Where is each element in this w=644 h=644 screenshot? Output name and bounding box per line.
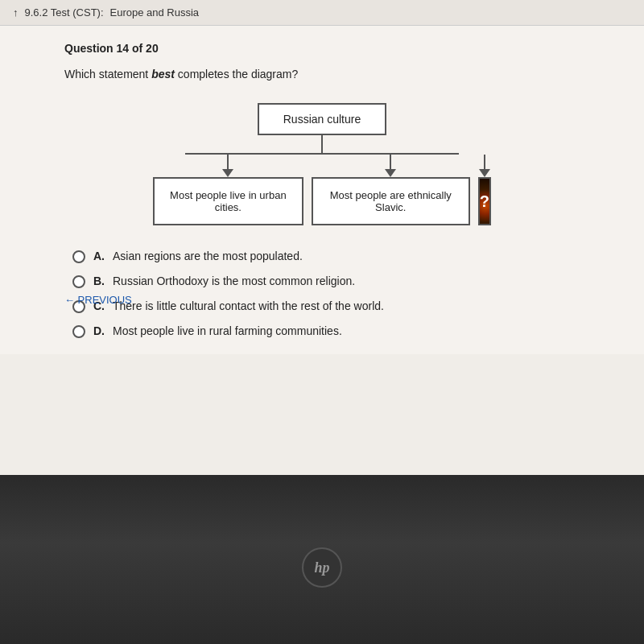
prompt-end: completes the diagram?	[175, 68, 298, 80]
branch1-arrow	[222, 169, 233, 177]
option-b-text: Russian Orthodoxy is the most common rel…	[113, 275, 355, 287]
back-icon: ↑	[13, 6, 19, 19]
previous-label: ← PREVIOUS	[64, 294, 132, 306]
option-d-text: Most people live in rural farming commun…	[113, 324, 342, 337]
question-number: Question 14 of 20	[64, 42, 580, 55]
radio-b[interactable]	[72, 275, 85, 288]
hp-logo: hp	[302, 547, 342, 588]
radio-d[interactable]	[72, 325, 85, 338]
top-bar: ↑ 9.6.2 Test (CST): Europe and Russia	[0, 0, 644, 26]
diagram-top-box: Russian culture	[258, 103, 387, 135]
prompt-text: Which statement	[64, 68, 151, 80]
option-c-text: There is little cultural contact with th…	[113, 299, 384, 312]
diagram-box2: Most people are ethnically Slavic.	[312, 177, 470, 225]
h-connector	[185, 153, 459, 155]
previous-button[interactable]: ← PREVIOUS	[64, 294, 132, 306]
branch-1: Most people live in urban cities.	[153, 155, 303, 225]
branch3-vline	[484, 155, 485, 169]
prompt-italic: best	[151, 68, 175, 80]
branch2-vline	[390, 155, 391, 169]
test-label: 9.6.2 Test (CST):	[25, 6, 104, 19]
radio-a[interactable]	[72, 250, 85, 263]
branch-3: ?	[478, 155, 491, 225]
test-subject: Europe and Russia	[110, 6, 200, 19]
option-a[interactable]: A. Asian regions are the most populated.	[72, 250, 572, 263]
center-v-line	[321, 135, 323, 153]
diagram-box3: ?	[478, 177, 491, 225]
answer-options: A. Asian regions are the most populated.…	[64, 250, 580, 338]
diagram: Russian culture Most people live in urba…	[64, 103, 580, 225]
option-d-label: D.	[93, 324, 105, 337]
branch-2: Most people are ethnically Slavic.	[312, 155, 470, 225]
option-c[interactable]: C. There is little cultural contact with…	[72, 299, 572, 313]
branch1-vline	[227, 155, 229, 169]
option-b[interactable]: B. Russian Orthodoxy is the most common …	[72, 275, 572, 288]
option-a-text: Asian regions are the most populated.	[113, 250, 303, 262]
diagram-box1: Most people live in urban cities.	[153, 177, 303, 225]
question-prompt: Which statement best completes the diagr…	[64, 68, 580, 80]
branch3-arrow	[479, 169, 490, 177]
option-a-label: A.	[93, 250, 105, 262]
option-b-label: B.	[93, 275, 105, 287]
branch2-arrow	[385, 169, 396, 177]
option-d[interactable]: D. Most people live in rural farming com…	[72, 324, 572, 338]
